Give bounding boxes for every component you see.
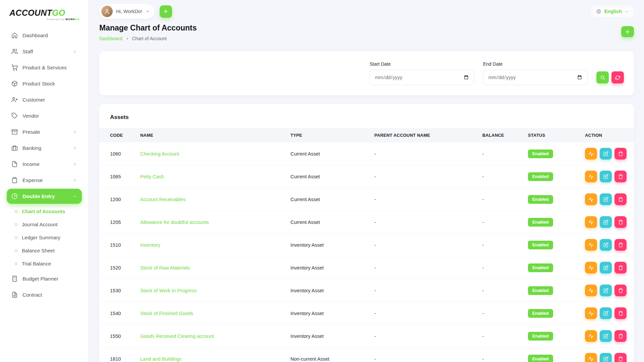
ledger-chart-button[interactable]: [585, 216, 597, 228]
topbar: Hi, WorkDo! English: [88, 0, 644, 19]
delete-button[interactable]: [614, 193, 627, 205]
column-header-type: TYPE: [287, 128, 371, 142]
quick-add-button[interactable]: [160, 5, 172, 18]
cell-type: Non-current Asset: [287, 348, 371, 362]
cell-code: 1530: [99, 279, 137, 302]
cell-code: 1810: [99, 348, 137, 362]
search-button[interactable]: [596, 71, 609, 83]
sidebar-item-product-services[interactable]: Product & Services: [7, 60, 82, 75]
account-name-link[interactable]: Allowance for doubtful accounts: [140, 220, 209, 225]
sidebar-item-staff[interactable]: Staff: [7, 44, 82, 59]
bullet-icon: [15, 249, 17, 252]
package-icon: [11, 80, 18, 87]
delete-button[interactable]: [614, 285, 627, 296]
table-header-row: CODENAMETYPEPARENT ACCOUNT NAMEBALANCEST…: [99, 128, 634, 142]
sidebar-item-product-stock[interactable]: Product Stock: [7, 76, 82, 91]
delete-button[interactable]: [614, 262, 627, 274]
sidebar-item-double-entry[interactable]: Double Entry: [7, 189, 82, 204]
cell-balance: -: [479, 279, 525, 302]
edit-button[interactable]: [600, 285, 612, 296]
account-name-link[interactable]: Land and Buildings: [140, 356, 181, 362]
edit-button[interactable]: [600, 330, 612, 342]
account-name-link[interactable]: Stock of Raw Materials: [140, 265, 190, 270]
sidebar-item-budget-planner[interactable]: Budget Planner: [7, 271, 82, 286]
sidebar-item-dashboard[interactable]: Dashboard: [7, 28, 82, 43]
end-date-input[interactable]: [483, 70, 588, 85]
sidebar-subitem-journal-account[interactable]: Journal Account: [7, 218, 82, 231]
ledger-chart-button[interactable]: [585, 171, 597, 182]
pie-icon: [11, 193, 18, 199]
status-badge: Enabled: [528, 309, 553, 318]
sidebar-item-contract[interactable]: Contract: [7, 287, 82, 302]
ledger-chart-button[interactable]: [585, 262, 597, 274]
bullet-icon: [15, 262, 17, 265]
sidebar-subitem-chart-of-accounts[interactable]: Chart of Accounts: [7, 205, 82, 218]
cell-balance: -: [479, 256, 525, 279]
edit-button[interactable]: [600, 193, 612, 205]
cell-code: 1550: [99, 325, 137, 348]
sidebar-item-expense[interactable]: Expense: [7, 173, 82, 188]
sidebar-item-presale[interactable]: Presale: [7, 124, 82, 139]
cell-code: 1205: [99, 211, 137, 234]
sidebar-subitem-ledger-summary[interactable]: Ledger Summary: [7, 231, 82, 244]
reset-button[interactable]: [611, 71, 624, 83]
sidebar-item-vendor[interactable]: Vendor: [7, 108, 82, 123]
user-menu[interactable]: Hi, WorkDo!: [99, 4, 154, 19]
delete-button[interactable]: [614, 330, 627, 342]
brand-logo[interactable]: ACCOUNTGO Powered by WORKDO: [7, 7, 82, 27]
delete-button[interactable]: [614, 307, 627, 319]
start-date-input[interactable]: [370, 70, 474, 85]
account-name-link[interactable]: Goods Received Clearing account: [140, 334, 214, 339]
edit-button[interactable]: [600, 307, 612, 319]
ledger-chart-button[interactable]: [585, 307, 597, 319]
chevron-right-icon: [72, 130, 77, 134]
calculator-icon: [11, 276, 18, 282]
table-row: 1520Stock of Raw MaterialsInventory Asse…: [99, 256, 634, 279]
delete-button[interactable]: [614, 171, 627, 182]
ledger-chart-button[interactable]: [585, 330, 597, 342]
cell-type: Current Asset: [287, 165, 371, 188]
ledger-chart-button[interactable]: [585, 239, 597, 251]
ledger-chart-button[interactable]: [585, 353, 597, 362]
delete-button[interactable]: [614, 148, 627, 160]
account-name-link[interactable]: Inventory: [140, 242, 160, 248]
sidebar-subitem-trial-balance[interactable]: Trial Balance: [7, 257, 82, 270]
globe-icon: [596, 9, 601, 14]
edit-button[interactable]: [600, 148, 612, 160]
bullet-icon: [15, 236, 17, 239]
avatar: [101, 6, 113, 17]
chevron-right-icon: [72, 162, 77, 167]
account-name-link[interactable]: Stock of Work In Progress: [140, 288, 197, 293]
column-header-name: NAME: [137, 128, 287, 142]
edit-button[interactable]: [600, 216, 612, 228]
add-account-button[interactable]: [621, 26, 634, 37]
table-row: 1060Checking AccountCurrent Asset--Enabl…: [99, 142, 634, 165]
cell-code: 1540: [99, 302, 137, 325]
ledger-chart-button[interactable]: [585, 148, 597, 160]
ledger-chart-button[interactable]: [585, 193, 597, 205]
edit-button[interactable]: [600, 239, 612, 251]
sidebar-subitem-label: Balance Sheet: [22, 248, 55, 253]
sidebar-subitem-balance-sheet[interactable]: Balance Sheet: [7, 244, 82, 257]
sidebar-subitem-label: Chart of Accounts: [22, 208, 65, 214]
edit-button[interactable]: [600, 262, 612, 274]
sidebar-item-customer[interactable]: Customer: [7, 92, 82, 107]
delete-button[interactable]: [614, 353, 627, 362]
sidebar-item-income[interactable]: Income: [7, 157, 82, 172]
breadcrumb-dashboard-link[interactable]: Dashboard: [99, 36, 122, 41]
language-selector[interactable]: English: [591, 6, 634, 17]
edit-button[interactable]: [600, 171, 612, 182]
account-name-link[interactable]: Checking Account: [140, 151, 179, 157]
account-name-link[interactable]: Account Receivables: [140, 197, 185, 202]
delete-button[interactable]: [614, 239, 627, 251]
edit-button[interactable]: [600, 353, 612, 362]
account-name-link[interactable]: Petty Cash: [140, 174, 164, 179]
status-badge: Enabled: [528, 218, 553, 227]
delete-button[interactable]: [614, 216, 627, 228]
content: Start Date End Date Assets: [88, 41, 644, 362]
account-name-link[interactable]: Stock of Finished Goods: [140, 311, 193, 316]
sidebar-item-banking[interactable]: Banking: [7, 140, 82, 156]
ledger-chart-button[interactable]: [585, 285, 597, 296]
cell-parent-account: -: [371, 165, 479, 188]
sidebar-menu: DashboardStaffProduct & ServicesProduct …: [7, 28, 82, 302]
